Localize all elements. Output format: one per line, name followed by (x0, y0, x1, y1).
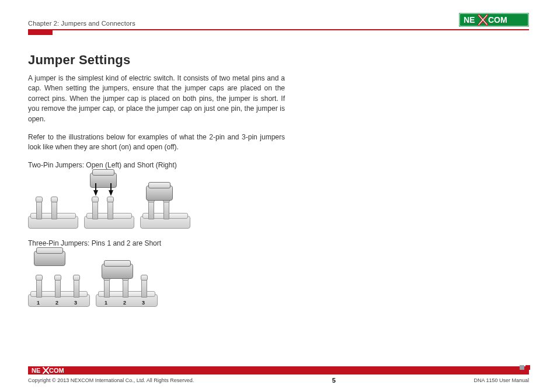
two-pin-cap-placing (84, 177, 134, 229)
copyright-text: Copyright © 2013 NEXCOM International Co… (28, 377, 194, 383)
pin-label-1: 1 (37, 300, 40, 306)
svg-text:COM: COM (49, 367, 64, 374)
logo-text-right: COM (488, 15, 507, 24)
footer-squares-icon (518, 365, 530, 370)
arrow-down-icon (109, 190, 113, 196)
header-rule-tab (28, 29, 53, 35)
pin-label-3: 3 (142, 300, 145, 306)
intro-paragraph-2: Refer to the illustrations below for exa… (28, 132, 285, 153)
footer-bar: NE COM (28, 366, 529, 374)
jumper-cap-icon (102, 264, 133, 279)
two-pin-open (28, 177, 78, 229)
pin-label-2: 2 (123, 300, 126, 306)
pin-label-2: 2 (55, 300, 58, 306)
brand-logo-footer: NE COM (32, 367, 74, 374)
page-number: 5 (332, 377, 336, 384)
three-pin-illustration: 1 2 3 1 2 3 (28, 251, 285, 307)
header-rule (28, 29, 529, 33)
jumper-cap-icon (90, 173, 117, 188)
three-pin-cap-placing: 1 2 3 (28, 256, 90, 307)
page-title: Jumper Settings (28, 52, 285, 68)
intro-paragraph-1: A jumper is the simplest kind of electri… (28, 74, 285, 124)
two-pin-illustration (28, 173, 285, 229)
logo-text-left: NE (464, 15, 475, 24)
three-pin-caption: Three-Pin Jumpers: Pins 1 and 2 are Shor… (28, 239, 285, 247)
jumper-cap-icon (146, 186, 173, 201)
two-pin-short (140, 177, 190, 229)
three-pin-short-1-2: 1 2 3 (96, 256, 158, 307)
pin-label-3: 3 (74, 300, 77, 306)
manual-name: DNA 1150 User Manual (474, 377, 529, 383)
svg-text:NE: NE (32, 367, 40, 374)
jumper-cap-icon (34, 251, 65, 266)
brand-logo-top: NE COM (459, 13, 529, 27)
chapter-label: Chapter 2: Jumpers and Connectors (28, 20, 135, 27)
pin-label-1: 1 (105, 300, 107, 306)
two-pin-caption: Two-Pin Jumpers: Open (Left) and Short (… (28, 161, 285, 169)
arrow-down-icon (93, 190, 98, 196)
